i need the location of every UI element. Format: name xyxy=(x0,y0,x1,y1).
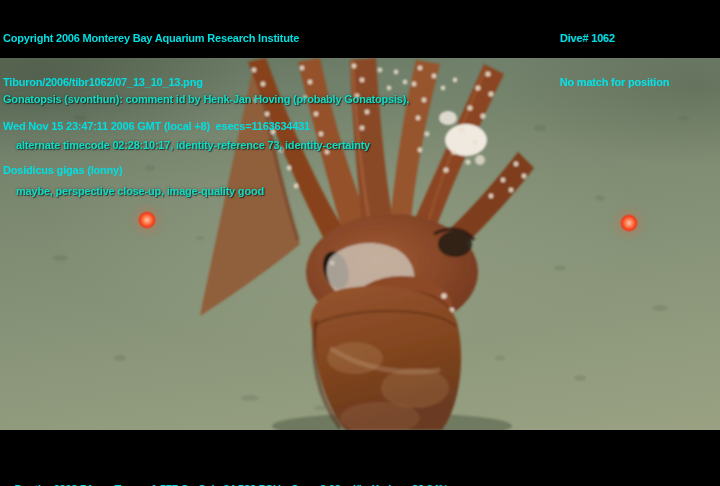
laser-dot-right xyxy=(620,214,638,232)
position-status: No match for position xyxy=(560,75,669,90)
telemetry-bar: Depth= 3208.74 mTemp= 1.577 CSal= 34.523… xyxy=(3,467,458,486)
depth-readout: Depth= 3208.74 m xyxy=(14,483,104,486)
annotation-line-1: Gonatopsis (svonthun): comment id by Hen… xyxy=(3,92,409,107)
video-frame: Copyright 2006 Monterey Bay Aquarium Res… xyxy=(0,0,720,486)
annotation-line-3: maybe, perspective close-up, image-quali… xyxy=(3,184,409,199)
dive-info-overlay: Dive# 1062 No match for position xyxy=(560,2,669,119)
transmissivity-readout: Xmiss= 82.24% xyxy=(372,483,449,486)
oxygen-readout: Oxy= 3.03 ml/l xyxy=(291,483,362,486)
copyright-line: Copyright 2006 Monterey Bay Aquarium Res… xyxy=(3,31,310,46)
temperature-readout: Temp= 1.577 C xyxy=(114,483,188,486)
annotation-line-2: alternate timecode 02:28:10:17, identity… xyxy=(3,138,409,153)
annotation-overlay: Gonatopsis (svonthun): comment id by Hen… xyxy=(3,61,409,230)
dive-number: Dive# 1062 xyxy=(560,31,669,46)
salinity-readout: Sal= 34.523 PSU xyxy=(198,483,280,486)
